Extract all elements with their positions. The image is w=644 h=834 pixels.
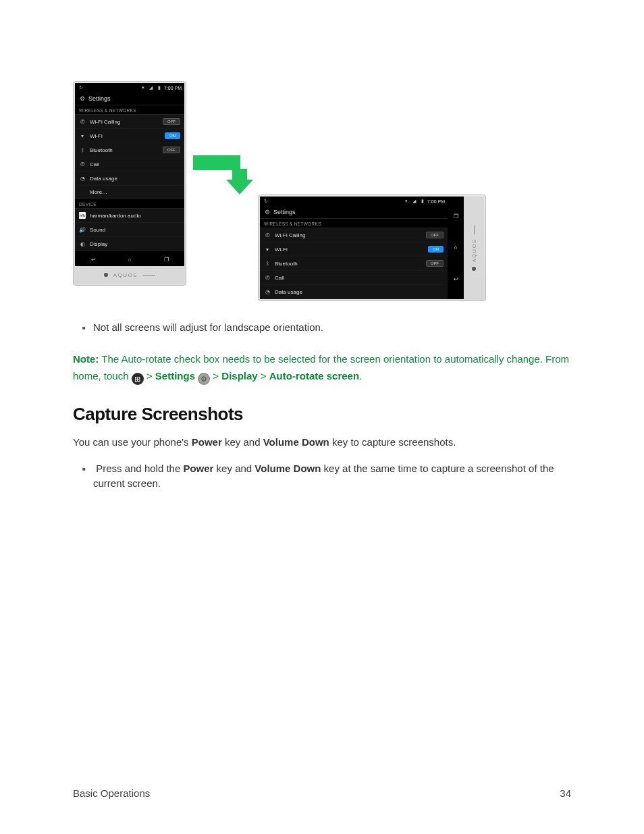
sync-icon: ↻ <box>263 198 269 205</box>
home-icon[interactable]: ⌂ <box>122 255 138 263</box>
status-bar: ↻ ▾ ◢ ▮ 7:00 PM <box>75 83 184 93</box>
row-data-usage[interactable]: ◔Data usage <box>260 285 448 299</box>
row-call[interactable]: ✆Call <box>75 157 184 172</box>
sound-icon: 🔊 <box>79 226 86 233</box>
settings-header: ⚙ Settings <box>75 93 184 105</box>
gear-icon: ⚙ <box>79 95 86 102</box>
row-call[interactable]: ✆Call <box>260 271 448 285</box>
settings-title: Settings <box>273 209 296 215</box>
wifi-icon: ▾ <box>264 246 271 253</box>
row-display[interactable]: ◐Display <box>75 237 184 251</box>
home-icon[interactable]: ⌂ <box>454 244 458 251</box>
toggle-off[interactable]: OFF <box>163 147 180 153</box>
brand-label: AQUOS <box>113 272 138 278</box>
section-heading-capture: Capture Screenshots <box>73 404 571 425</box>
recent-icon[interactable]: ❐ <box>158 255 174 263</box>
phone-landscape: ↻ ▾ ◢ ▮ 7:00 PM ⚙ Settings <box>258 194 486 301</box>
kw-power: Power <box>183 463 213 474</box>
bullet-item: Press and hold the Power key and Volume … <box>93 461 571 492</box>
toggle-on[interactable]: ON <box>428 246 444 253</box>
gear-icon: ⚙ <box>264 209 271 215</box>
page: ↻ ▾ ◢ ▮ 7:00 PM ⚙ Settings WIRELESS & NE… <box>0 0 644 492</box>
status-bar: ↻ ▾ ◢ ▮ 7:00 PM <box>260 197 448 206</box>
toggle-off[interactable]: OFF <box>426 232 444 238</box>
phone-landscape-wrap: ↻ ▾ ◢ ▮ 7:00 PM ⚙ Settings <box>258 194 486 301</box>
kw-power: Power <box>192 436 222 448</box>
toggle-on[interactable]: ON <box>165 132 180 139</box>
bullet-item: Not all screens will adjust for landscap… <box>93 320 571 336</box>
row-wifi[interactable]: ▾Wi-Fi ON <box>75 129 184 143</box>
bluetooth-icon: ᛒ <box>79 147 86 153</box>
apps-grid-icon: ⊞ <box>132 373 144 385</box>
wifi-calling-icon: ✆ <box>79 118 86 125</box>
note-label: Note: <box>73 353 99 365</box>
back-icon[interactable]: ↩ <box>85 255 101 263</box>
camera-dot-icon <box>104 273 108 277</box>
toggle-off[interactable]: OFF <box>426 260 444 267</box>
phone-portrait-screen: ↻ ▾ ◢ ▮ 7:00 PM ⚙ Settings WIRELESS & NE… <box>75 83 184 266</box>
bullet-list-1: Not all screens will adjust for landscap… <box>73 320 571 336</box>
display-icon: ◐ <box>79 240 86 247</box>
bezel-bottom: AQUOS <box>75 266 184 284</box>
recent-icon[interactable]: ❐ <box>454 213 458 219</box>
section-wireless: WIRELESS & NETWORKS <box>260 219 448 228</box>
row-data-usage[interactable]: ◔Data usage <box>75 172 184 186</box>
bezel-right: AQUOS <box>464 197 484 299</box>
kw-volume-down: Volume Down <box>263 436 329 448</box>
row-wifi-calling[interactable]: ✆Wi-Fi Calling OFF <box>260 228 448 242</box>
status-time: 7:00 PM <box>427 199 445 204</box>
camera-dot-icon <box>472 267 476 271</box>
row-hk-audio[interactable]: h/kharman/kardon audio <box>75 209 184 223</box>
speaker-line-icon <box>474 225 475 234</box>
bluetooth-icon: ᛒ <box>264 260 271 267</box>
page-footer: Basic Operations 34 <box>73 787 571 799</box>
phone-icon: ✆ <box>264 274 271 281</box>
signal-icon: ◢ <box>148 84 155 91</box>
status-time: 7:00 PM <box>164 86 182 90</box>
footer-page-number: 34 <box>560 787 571 799</box>
data-usage-icon: ◔ <box>264 288 271 295</box>
kw-display: Display <box>221 370 257 382</box>
battery-icon: ▮ <box>419 198 426 205</box>
wifi-status-icon: ▾ <box>140 84 146 91</box>
footer-left: Basic Operations <box>73 787 150 799</box>
data-usage-icon: ◔ <box>79 175 86 182</box>
toggle-off[interactable]: OFF <box>163 118 180 125</box>
back-icon[interactable]: ↩ <box>454 276 458 282</box>
settings-header: ⚙ Settings <box>260 206 448 219</box>
phone-portrait: ↻ ▾ ◢ ▮ 7:00 PM ⚙ Settings WIRELESS & NE… <box>73 81 186 286</box>
row-wifi-calling[interactable]: ✆Wi-Fi Calling OFF <box>75 115 184 129</box>
row-wifi[interactable]: ▾Wi-Fi ON <box>260 242 448 257</box>
note-paragraph: Note: The Auto-rotate check box needs to… <box>73 350 571 386</box>
row-bluetooth[interactable]: ᛒBluetooth OFF <box>75 143 184 157</box>
capture-paragraph: You can use your phone's Power key and V… <box>73 434 571 450</box>
kw-settings: Settings <box>155 370 195 382</box>
nav-bar: ↩ ⌂ ❐ <box>75 251 184 266</box>
section-wireless: WIRELESS & NETWORKS <box>75 105 184 115</box>
speaker-line-icon <box>143 275 155 276</box>
wifi-calling-icon: ✆ <box>264 232 271 238</box>
settings-title: Settings <box>88 95 111 102</box>
hk-icon: h/k <box>79 212 86 219</box>
figure-orientation: ↻ ▾ ◢ ▮ 7:00 PM ⚙ Settings WIRELESS & NE… <box>73 81 571 301</box>
phone-landscape-screen: ↻ ▾ ◢ ▮ 7:00 PM ⚙ Settings <box>260 197 464 299</box>
brand-label: AQUOS <box>472 238 477 262</box>
kw-autorotate: Auto-rotate screen <box>269 370 359 382</box>
battery-icon: ▮ <box>156 84 163 91</box>
wifi-status-icon: ▾ <box>403 198 410 205</box>
phone-icon: ✆ <box>79 161 86 167</box>
row-bluetooth[interactable]: ᛒBluetooth OFF <box>260 257 448 271</box>
row-sound[interactable]: 🔊Sound <box>75 223 184 237</box>
nav-bar-vertical: ❐ ⌂ ↩ <box>448 197 464 299</box>
sync-icon: ↻ <box>78 84 84 91</box>
kw-volume-down: Volume Down <box>254 463 321 474</box>
rotate-arrow-icon <box>193 155 255 196</box>
bullet-list-2: Press and hold the Power key and Volume … <box>73 461 571 492</box>
row-more[interactable]: More… <box>75 186 184 199</box>
settings-gear-icon: ⚙ <box>198 373 210 385</box>
signal-icon: ◢ <box>411 198 418 205</box>
wifi-icon: ▾ <box>79 132 86 139</box>
section-device: DEVICE <box>75 199 184 209</box>
